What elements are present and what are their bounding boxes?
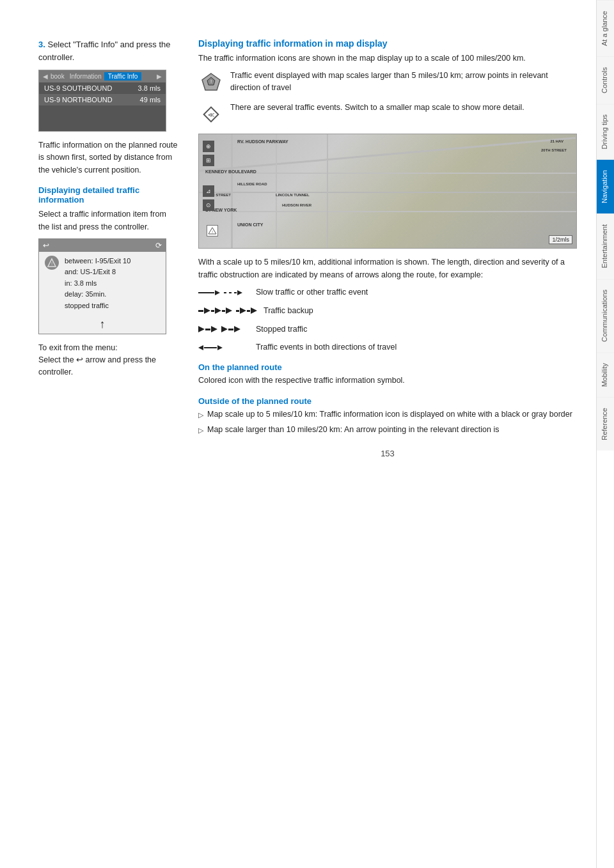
delay-text: delay: 35min.: [65, 289, 130, 300]
exit-text: To exit from the menu: Select the ↩ arro…: [38, 342, 179, 378]
bk-head1: [204, 307, 210, 314]
step-text: Select "Traffic Info" and press the cont…: [38, 40, 171, 62]
map-scale: 1/2mls: [549, 235, 572, 244]
svg-text:!: !: [212, 230, 213, 234]
map-warning-icon: !: [207, 225, 218, 236]
route-name-1: US-9 SOUTHBOUND: [44, 84, 112, 92]
map-label-hudson: HUDSON RIVER: [282, 203, 311, 207]
detail-ui-header: ↩ ⟳: [39, 239, 166, 252]
bullet-triangle-1: ▷: [198, 410, 203, 421]
arrow-up-icon: ↑: [39, 315, 166, 334]
svg-text:!: !: [51, 261, 52, 267]
bk5: [247, 310, 250, 312]
map-zoom-btn[interactable]: ⊕: [203, 141, 214, 152]
right-intro-text: The traffic information icons are shown …: [198, 52, 577, 65]
step-number: 3.: [38, 40, 45, 49]
between-text: between: I-95/Exit 10: [65, 256, 130, 267]
outside-route-heading: Outside of the planned route: [198, 396, 577, 406]
road-v1: [231, 134, 233, 248]
traffic-row-1: US-9 SOUTHBOUND 3.8 mls: [39, 82, 166, 94]
icon-row-1: ! Traffic event displayed with map scale…: [198, 70, 577, 95]
bidir-line: [204, 347, 217, 348]
backup-text: Traffic backup: [264, 305, 313, 317]
map-label-21hav: 21 HAV: [550, 139, 563, 143]
sidebar-tab-communications[interactable]: Communications: [597, 279, 614, 352]
traffic-info-btn[interactable]: Traffic Info: [104, 72, 142, 81]
bullet-triangle-2: ▷: [198, 425, 203, 436]
slow-arrowhead: [215, 290, 220, 295]
on-route-text: Colored icon with the respective traffic…: [198, 375, 577, 387]
backup-arrow-visual: [198, 307, 257, 314]
detail-ui-box: ↩ ⟳ ! between: I-95/Exit 10: [38, 238, 166, 335]
slow-arrow-visual: [198, 290, 249, 295]
detail-ui-text: between: I-95/Exit 10 and: US-1/Exit 8 i…: [65, 256, 130, 312]
icon-text-1: Traffic event displayed with map scales …: [230, 70, 577, 94]
bk-head5: [251, 307, 257, 314]
on-route-heading: On the planned route: [198, 362, 577, 372]
traffic-type-stopped: Stopped traffic: [198, 323, 577, 336]
st2: [228, 329, 233, 330]
traffic-type-backup: Traffic backup: [198, 305, 577, 317]
st-head2: [211, 326, 217, 332]
map-label-kennedy: KENNEDY BOULEVARD: [205, 169, 256, 174]
detailed-traffic-text: Select a traffic information item from t…: [38, 208, 179, 233]
right-main-heading: Displaying traffic information in map di…: [198, 38, 577, 49]
bullet-1-text: Map scale up to 5 miles/10 km: Traffic i…: [207, 408, 572, 421]
st-head3: [221, 326, 228, 332]
bidir-arrow-visual: [198, 345, 249, 350]
map-label-unioncity: UNION CITY: [237, 222, 263, 227]
stopped-text: Stopped traffic: [256, 323, 307, 336]
bullet-1: ▷ Map scale up to 5 miles/10 km: Traffic…: [198, 408, 577, 421]
bullet-2-text: Map scale larger than 10 miles/20 km: An…: [207, 424, 499, 436]
traffic-type-bidir: Traffic events in both directions of tra…: [198, 341, 577, 353]
svg-text:!: !: [210, 79, 212, 84]
slow-line-left: [198, 292, 214, 293]
sidebar-tab-controls[interactable]: Controls: [597, 56, 614, 104]
sidebar: At a glance Controls Driving tips Naviga…: [596, 0, 614, 868]
step3: 3. Select "Traffic Info" and press the c…: [38, 38, 179, 63]
status-text: stopped traffic: [65, 300, 130, 311]
route-dist-1: 3.8 mls: [138, 84, 161, 92]
map-layers-btn[interactable]: ⊞: [203, 155, 214, 166]
page-container: 3. Select "Traffic Info" and press the c…: [0, 0, 614, 868]
map-inner: RV. HUDSON PARKWAY 21 HAV 20TH STREET KE…: [199, 134, 576, 248]
route-dist-2: 49 mls: [140, 96, 161, 104]
detail-ui-body: ! between: I-95/Exit 10 and: US-1/Exit 8…: [39, 252, 166, 316]
in-text: in: 3.8 mls: [65, 278, 130, 289]
sidebar-tab-mobility[interactable]: Mobility: [597, 352, 614, 397]
sidebar-tab-reference[interactable]: Reference: [597, 397, 614, 451]
map-settings-btn[interactable]: ⊙: [203, 199, 214, 211]
sidebar-tab-at-a-glance[interactable]: At a glance: [597, 0, 614, 56]
road-v3: [327, 134, 328, 248]
slow-dashed: [224, 292, 237, 293]
traffic-info-description: Traffic information on the planned route…: [38, 139, 179, 176]
bidir-text: Traffic events in both directions of tra…: [256, 341, 397, 353]
bk2: [211, 310, 214, 312]
page-number: 153: [198, 449, 577, 458]
sidebar-tab-navigation[interactable]: Navigation: [597, 159, 614, 213]
stopped-arrow-visual: [198, 326, 249, 332]
bk-head2: [215, 307, 221, 314]
st-head4: [234, 326, 240, 332]
map-nav-btn[interactable]: ⊿: [203, 185, 214, 197]
scale-description: With a scale up to 5 miles/10 km, additi…: [198, 256, 577, 281]
detailed-traffic-heading: Displaying detailed traffic information: [38, 185, 179, 205]
bk-head4: [240, 307, 246, 314]
map-label-parkway: RV. HUDSON PARKWAY: [237, 139, 288, 144]
bk3: [222, 310, 225, 312]
diamond-icon: ≪: [198, 102, 224, 127]
main-content: 3. Select "Traffic Info" and press the c…: [0, 0, 596, 868]
road-h4: [199, 211, 576, 212]
exit-instruction: Select the ↩ arrow and press the control…: [38, 355, 156, 376]
sidebar-tab-entertainment[interactable]: Entertainment: [597, 213, 614, 278]
bk1: [198, 310, 203, 312]
road-h3: [199, 192, 576, 193]
bk4: [236, 310, 239, 312]
slow-traffic-text: Slow traffic or other traffic event: [256, 286, 368, 298]
road-v2: [276, 134, 277, 248]
and-text: and: US-1/Exit 8: [65, 267, 130, 277]
ui-empty-space: [39, 105, 166, 131]
back-icon: ↩: [43, 241, 49, 250]
map-label-hillside: HILLSIDE ROAD: [237, 182, 267, 186]
sidebar-tab-driving-tips[interactable]: Driving tips: [597, 104, 614, 159]
